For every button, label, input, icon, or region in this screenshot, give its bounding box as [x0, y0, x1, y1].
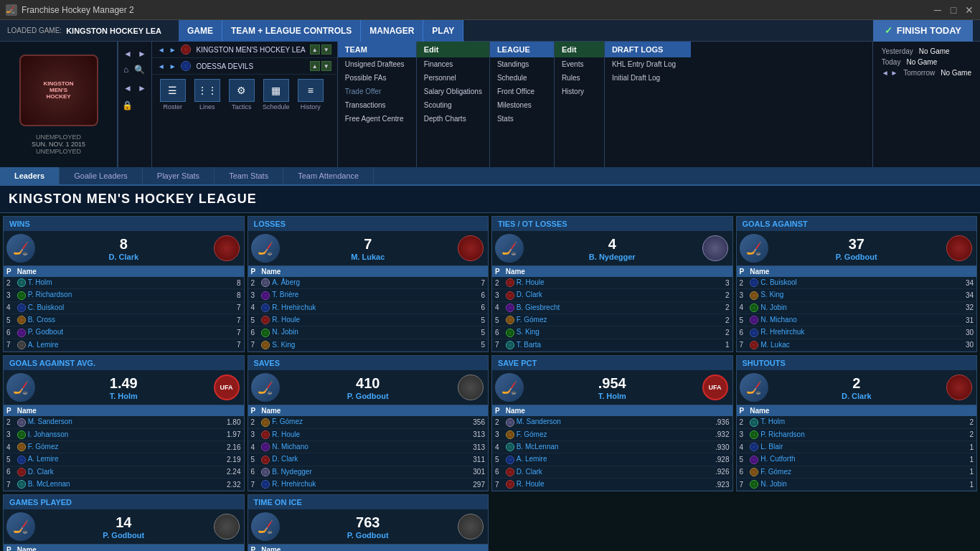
table-row[interactable]: 3I. Johansson1.97: [4, 428, 244, 441]
tab-player-stats[interactable]: Player Stats: [143, 167, 215, 184]
team-down2-icon[interactable]: ▼: [321, 61, 331, 71]
table-row[interactable]: 4N. Michano313: [248, 441, 489, 453]
search-icon[interactable]: 🔍: [132, 63, 147, 76]
milestones-item[interactable]: Milestones: [490, 98, 554, 112]
table-row[interactable]: 2F. Gómez356: [248, 416, 489, 428]
table-row[interactable]: 5F. Gómez2: [492, 314, 732, 326]
table-row[interactable]: 2C. Buiskool34: [737, 277, 977, 289]
table-row[interactable]: 3T. Brière6: [248, 289, 489, 301]
lock-icon[interactable]: 🔒: [122, 100, 133, 110]
free-agent-centre-item[interactable]: Free Agent Centre: [338, 112, 416, 126]
unsigned-draftees-item[interactable]: Unsigned Draftees: [338, 57, 416, 71]
league-schedule-item[interactable]: Schedule: [490, 71, 554, 85]
schedule-nav-item[interactable]: ▦ Schedule: [261, 79, 291, 110]
table-row[interactable]: 4B. McLennan.930: [492, 441, 732, 453]
table-row[interactable]: 5H. Cutforth1: [737, 453, 977, 466]
table-row[interactable]: 3P. Richardson8: [4, 289, 244, 301]
table-row[interactable]: 2M. Sanderson1.80: [4, 416, 244, 428]
arrow-right-icon[interactable]: ►: [136, 47, 149, 60]
home-icon[interactable]: ⌂: [121, 63, 131, 76]
arrow-left-icon[interactable]: ◄: [121, 47, 134, 60]
table-row[interactable]: 6F. Gómez1: [737, 466, 977, 478]
table-row[interactable]: 2A. Åberg7: [248, 277, 489, 289]
salary-obligations-item[interactable]: Salary Obligations: [417, 85, 489, 98]
maximize-button[interactable]: □: [948, 5, 958, 15]
table-row[interactable]: 6P. Godbout7: [4, 326, 244, 339]
table-row[interactable]: 4L. Blair1: [737, 441, 977, 453]
edit-team-title[interactable]: Edit: [417, 42, 489, 57]
table-row[interactable]: 6N. Jobin5: [248, 326, 489, 339]
table-row[interactable]: 2T. Holm2: [737, 416, 977, 428]
team-dropdown-title[interactable]: TEAM: [338, 42, 416, 57]
table-row[interactable]: 7T. Barta1: [492, 339, 732, 351]
table-row[interactable]: 7A. Lemire7: [4, 339, 244, 351]
tab-leaders[interactable]: Leaders: [0, 167, 60, 184]
roster-nav-item[interactable]: ☰ Roster: [158, 79, 188, 110]
team-league-menu-btn[interactable]: TEAM + LEAGUE CONTROLS: [222, 20, 361, 42]
window-controls[interactable]: ─ □ ✕: [933, 5, 974, 15]
table-row[interactable]: 6D. Clark.926: [492, 466, 732, 478]
table-row[interactable]: 4F. Gómez2.16: [4, 441, 244, 453]
table-row[interactable]: 7N. Jobin1: [737, 478, 977, 490]
league-dropdown-title[interactable]: LEAGUE: [490, 42, 554, 57]
front-office-item[interactable]: Front Office: [490, 85, 554, 98]
edit-league-title[interactable]: Edit: [555, 42, 604, 57]
lines-nav-item[interactable]: ⋮⋮ Lines: [192, 79, 222, 110]
table-row[interactable]: 6S. King2: [492, 326, 732, 339]
finish-today-button[interactable]: ✓ FINISH TODAY: [873, 20, 973, 42]
finances-item[interactable]: Finances: [417, 57, 489, 71]
table-row[interactable]: 7B. McLennan2.32: [4, 478, 244, 490]
table-row[interactable]: 7R. Hrehirchuk297: [248, 478, 489, 490]
minimize-button[interactable]: ─: [933, 5, 943, 15]
team-row-odessa[interactable]: ◄ ► ODESSA DEVILS ▲ ▼: [152, 58, 337, 75]
history-nav-item[interactable]: ≡ History: [296, 79, 326, 110]
team-row-kingston[interactable]: ◄ ► KINGSTON MEN'S HOCKEY LEA ▲ ▼: [152, 42, 337, 58]
table-row[interactable]: 2T. Holm8: [4, 277, 244, 289]
team-up2-icon[interactable]: ▲: [310, 61, 320, 71]
table-row[interactable]: 3F. Gómez.932: [492, 428, 732, 441]
tab-team-attendance[interactable]: Team Attendance: [283, 167, 374, 184]
table-row[interactable]: 4C. Buiskool7: [4, 301, 244, 314]
tactics-nav-item[interactable]: ⚙ Tactics: [227, 79, 257, 110]
table-row[interactable]: 4R. Hrehirchuk6: [248, 301, 489, 314]
rules-item[interactable]: Rules: [555, 71, 604, 85]
events-item[interactable]: Events: [555, 57, 604, 71]
game-menu-btn[interactable]: GAME: [179, 20, 222, 42]
table-row[interactable]: 4N. Jobin32: [737, 301, 977, 314]
scouting-item[interactable]: Scouting: [417, 98, 489, 112]
table-row[interactable]: 5B. Cross7: [4, 314, 244, 326]
khl-entry-draft-item[interactable]: KHL Entry Draft Log: [605, 57, 691, 71]
league-history-item[interactable]: History: [555, 85, 604, 98]
manager-menu-btn[interactable]: MANAGER: [361, 20, 423, 42]
table-row[interactable]: 7R. Houle.923: [492, 478, 732, 490]
arrow-left2-icon[interactable]: ◄: [121, 82, 134, 95]
personnel-item[interactable]: Personnel: [417, 71, 489, 85]
initial-draft-log-item[interactable]: Initial Draft Log: [605, 71, 691, 85]
table-row[interactable]: 7M. Lukac30: [737, 339, 977, 351]
table-row[interactable]: 3P. Richardson2: [737, 428, 977, 441]
draft-logs-title[interactable]: DRAFT LOGS: [605, 42, 691, 57]
table-row[interactable]: 6B. Nydegger301: [248, 466, 489, 478]
table-row[interactable]: 5A. Lemire2.19: [4, 453, 244, 466]
table-row[interactable]: 2M. Sanderson.936: [492, 416, 732, 428]
possible-fas-item[interactable]: Possible FAs: [338, 71, 416, 85]
transactions-item[interactable]: Transactions: [338, 98, 416, 112]
close-button[interactable]: ✕: [964, 5, 974, 15]
trade-offer-item[interactable]: Trade Offer: [338, 85, 416, 98]
standings-item[interactable]: Standings: [490, 57, 554, 71]
table-row[interactable]: 7S. King5: [248, 339, 489, 351]
table-row[interactable]: 2R. Houle3: [492, 277, 732, 289]
table-row[interactable]: 3R. Houle313: [248, 428, 489, 441]
play-menu-btn[interactable]: PLAY: [423, 20, 463, 42]
arrow-right2-icon[interactable]: ►: [136, 82, 149, 95]
team-down-icon[interactable]: ▼: [321, 44, 331, 55]
table-row[interactable]: 5A. Lemire.928: [492, 453, 732, 466]
team-up-icon[interactable]: ▲: [310, 44, 320, 55]
depth-charts-item[interactable]: Depth Charts: [417, 112, 489, 126]
table-row[interactable]: 5R. Houle5: [248, 314, 489, 326]
tab-goalie-leaders[interactable]: Goalie Leaders: [60, 167, 143, 184]
table-row[interactable]: 6R. Hrehirchuk30: [737, 326, 977, 339]
table-row[interactable]: 6D. Clark2.24: [4, 466, 244, 478]
table-row[interactable]: 4B. Giesbrecht2: [492, 301, 732, 314]
table-row[interactable]: 5N. Michano31: [737, 314, 977, 326]
